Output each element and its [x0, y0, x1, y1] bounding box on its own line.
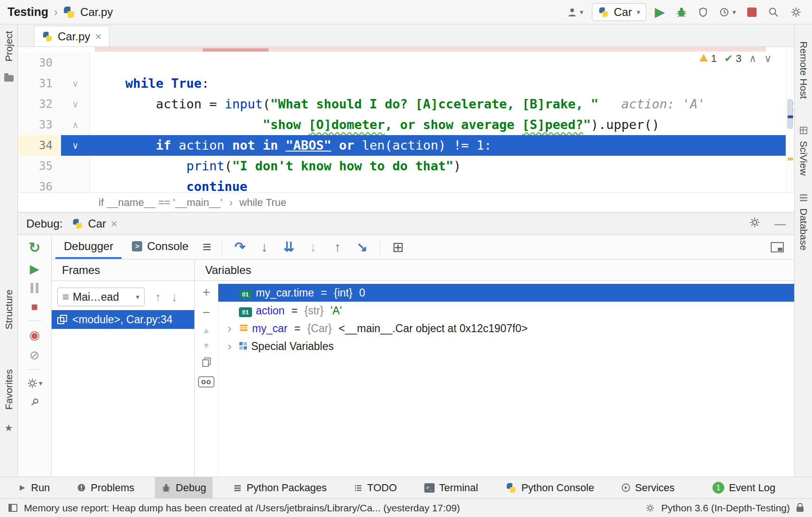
duplicate-watch-button[interactable]: [202, 357, 211, 369]
sidebar-item-structure[interactable]: Structure: [3, 289, 15, 329]
sidebar-item-project[interactable]: Project: [3, 31, 15, 61]
resume-button[interactable]: ▶: [30, 263, 39, 275]
thread-selector[interactable]: ≡ Mai…ead ▾: [57, 288, 145, 306]
toolwindow-button-event-log[interactable]: 1Event Log: [706, 477, 782, 498]
line-number[interactable]: 34: [18, 135, 61, 156]
search-everywhere-button[interactable]: [765, 5, 782, 20]
stop-process-button[interactable]: ■: [31, 301, 38, 312]
force-step-into-button[interactable]: ↓: [302, 240, 324, 255]
remove-watch-button[interactable]: −: [202, 306, 210, 319]
sidebar-item-favorites[interactable]: Favorites: [3, 369, 15, 410]
sidebar-item-database[interactable]: Database: [798, 208, 809, 251]
debug-settings-button[interactable]: [749, 217, 760, 231]
restore-layout-button[interactable]: [771, 242, 784, 252]
hide-panel-button[interactable]: —: [774, 217, 786, 230]
tab-debugger[interactable]: Debugger: [55, 235, 122, 259]
toolwindow-button-problems[interactable]: Problems: [70, 477, 141, 498]
line-number[interactable]: 31: [18, 73, 61, 94]
line-number[interactable]: 32: [18, 94, 61, 114]
code-text[interactable]: while True:: [90, 73, 794, 94]
line-number[interactable]: 30: [18, 53, 61, 73]
view-breakpoints-button[interactable]: ◉: [29, 329, 40, 341]
status-message[interactable]: Memory use report: Heap dump has been cr…: [24, 502, 460, 514]
debugger-settings-button[interactable]: ▾: [27, 378, 43, 389]
run-configuration-select[interactable]: Car ▾: [592, 3, 646, 21]
interpreter-widget[interactable]: Python 3.6 (In-Depth-Testing): [661, 502, 790, 514]
close-icon[interactable]: ×: [111, 217, 117, 230]
layout-options-icon[interactable]: ≡: [199, 238, 215, 256]
code-text[interactable]: "show [O]dometer, or show average [S]pee…: [90, 114, 794, 135]
next-frame-button[interactable]: ↓: [171, 290, 177, 304]
toolwindow-button-debug[interactable]: Debug: [155, 477, 213, 498]
mute-breakpoints-button[interactable]: ⊘: [30, 349, 40, 361]
tool-window-switcher-icon[interactable]: [8, 504, 17, 512]
variable-row[interactable]: ›my_car = {Car} <__main__.Car object at …: [218, 319, 794, 337]
move-watch-up-button[interactable]: ▲: [202, 326, 211, 335]
line-number[interactable]: 35: [18, 156, 61, 176]
file-breadcrumb[interactable]: Car.py: [80, 6, 113, 19]
debug-button[interactable]: [673, 5, 690, 20]
toolwindow-button-python-packages[interactable]: Python Packages: [227, 477, 333, 498]
line-number[interactable]: 33: [18, 114, 61, 135]
toolwindow-button-python-console[interactable]: Python Console: [499, 477, 601, 498]
toolwindow-button-todo[interactable]: TODO: [347, 477, 403, 498]
stop-button[interactable]: [744, 6, 759, 19]
code-text[interactable]: continue: [90, 176, 794, 192]
previous-frame-button[interactable]: ↑: [155, 290, 161, 304]
debug-session-tab[interactable]: Car ×: [68, 217, 121, 230]
code-text[interactable]: print("I don't know how to do that"): [90, 156, 794, 176]
add-watch-button[interactable]: +: [202, 286, 210, 299]
show-watches-toggle[interactable]: oo: [198, 376, 215, 388]
variable-row[interactable]: 01my_car.time = {int} 0: [218, 284, 794, 302]
code-text[interactable]: if action not in "ABOS" or len(action) !…: [90, 135, 794, 156]
code-editor[interactable]: 3031∨ while True:32∨ action = input("Wha…: [18, 47, 794, 192]
editor-scrollbar[interactable]: [786, 47, 794, 192]
stack-frame-row[interactable]: <module>, Car.py:34: [52, 310, 194, 329]
tab-console[interactable]: > Console: [123, 235, 197, 259]
fold-marker-icon[interactable]: ∨: [61, 73, 90, 94]
variable-row[interactable]: ›Special Variables: [218, 337, 794, 355]
fold-marker-icon[interactable]: ∨: [61, 135, 90, 156]
vcs-user-button[interactable]: ▾: [564, 5, 586, 19]
project-breadcrumb[interactable]: Testing: [8, 5, 48, 19]
next-problem-button[interactable]: ∨: [764, 53, 772, 65]
run-with-coverage-button[interactable]: [696, 5, 711, 20]
pause-button[interactable]: [31, 283, 38, 293]
toolwindow-button-run[interactable]: Run: [11, 477, 56, 498]
evaluate-expression-button[interactable]: ⊞: [387, 239, 409, 255]
background-tasks-icon[interactable]: [645, 503, 655, 513]
step-into-my-code-button[interactable]: ⇊: [277, 239, 300, 255]
close-icon[interactable]: ×: [95, 30, 101, 43]
move-watch-down-button[interactable]: ▼: [202, 342, 211, 350]
line-number[interactable]: 36: [18, 176, 61, 192]
variable-row[interactable]: 01action = {str} 'A': [218, 302, 794, 319]
toolwindow-button-terminal[interactable]: >_Terminal: [418, 477, 485, 498]
code-text[interactable]: [90, 53, 794, 73]
pin-tab-button[interactable]: [30, 397, 40, 409]
breadcrumb-main[interactable]: if __name__ == '__main__': [99, 197, 222, 209]
sidebar-item-remote-host[interactable]: Remote Host: [798, 41, 809, 99]
sidebar-item-sciview[interactable]: SciView: [798, 141, 809, 175]
lock-icon[interactable]: [797, 507, 804, 512]
step-out-button[interactable]: ↑: [326, 240, 349, 255]
breadcrumb-while[interactable]: while True: [239, 197, 286, 209]
previous-problem-button[interactable]: ∧: [749, 53, 757, 65]
toolwindow-button-services[interactable]: Services: [615, 477, 681, 498]
run-button[interactable]: ▶: [652, 4, 668, 21]
run-to-cursor-button[interactable]: ↘: [351, 239, 373, 255]
expand-arrow-icon[interactable]: ›: [224, 339, 235, 354]
warning-stripe-mark[interactable]: [788, 158, 793, 160]
profiler-button[interactable]: ▾: [716, 5, 739, 20]
expand-arrow-icon[interactable]: ›: [224, 321, 235, 336]
editor-tab-carpy[interactable]: Car.py ×: [34, 26, 109, 46]
inspection-widget[interactable]: 1 ✔ 3 ∧ ∨: [695, 52, 775, 66]
fold-marker-icon[interactable]: ∧: [61, 114, 90, 135]
code-text[interactable]: action = input("What should I do? [A]cce…: [90, 94, 794, 114]
step-into-button[interactable]: ↓: [253, 240, 276, 255]
rerun-button[interactable]: ↻: [29, 241, 40, 255]
settings-button[interactable]: [788, 5, 804, 20]
step-over-button[interactable]: ↷: [229, 239, 251, 255]
fold-marker-icon[interactable]: ∨: [61, 94, 90, 114]
execution-stripe-mark[interactable]: [788, 115, 793, 118]
scrollbar-thumb[interactable]: [788, 99, 793, 129]
